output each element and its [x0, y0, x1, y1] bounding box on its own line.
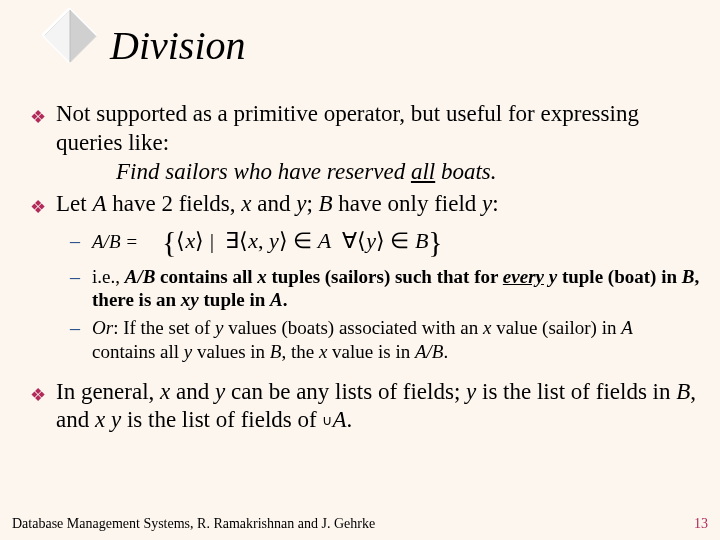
- svg-marker-2: [70, 10, 96, 62]
- set-formula: {⟨x⟩ | ∃⟨x, y⟩ ∈ A ∀⟨y⟩ ∈ B}: [162, 223, 443, 261]
- example-line: Find sailors who have reserved all boats…: [56, 158, 700, 187]
- bullet-text: Let A have 2 fields, x and y; B have onl…: [56, 190, 700, 219]
- bullet-text: Not supported as a primitive operator, b…: [56, 100, 700, 186]
- slide-body: ❖ Not supported as a primitive operator,…: [30, 100, 700, 439]
- bullet-item: ❖ Not supported as a primitive operator,…: [30, 100, 700, 186]
- footer: Database Management Systems, R. Ramakris…: [12, 516, 708, 532]
- page-number: 13: [694, 516, 708, 532]
- dash-icon: –: [70, 229, 80, 254]
- dash-icon: –: [70, 316, 80, 341]
- bullet-item: ❖ Let A have 2 fields, x and y; B have o…: [30, 190, 700, 219]
- bullet-text: In general, x and y can be any lists of …: [56, 378, 700, 436]
- diamond-icon: [42, 8, 98, 64]
- bullet-icon: ❖: [30, 196, 46, 219]
- bullet-icon: ❖: [30, 106, 46, 129]
- sub-text: Or: If the set of y values (boats) assoc…: [92, 316, 700, 364]
- footer-attribution: Database Management Systems, R. Ramakris…: [12, 516, 375, 532]
- bullet-icon: ❖: [30, 384, 46, 407]
- bullet-item: ❖ In general, x and y can be any lists o…: [30, 378, 700, 436]
- formula-label: A/B =: [92, 230, 138, 254]
- union-icon: ∪: [322, 412, 332, 430]
- sub-item: – i.e., A/B contains all x tuples (sailo…: [70, 265, 700, 313]
- sub-item: – A/B = {⟨x⟩ | ∃⟨x, y⟩ ∈ A ∀⟨y⟩ ∈ B}: [70, 223, 700, 261]
- slide-title: Division: [110, 22, 246, 69]
- svg-marker-3: [44, 10, 70, 62]
- text: Not supported as a primitive operator, b…: [56, 101, 639, 155]
- sub-text: i.e., A/B contains all x tuples (sailors…: [92, 265, 700, 313]
- sub-item: – Or: If the set of y values (boats) ass…: [70, 316, 700, 364]
- dash-icon: –: [70, 265, 80, 290]
